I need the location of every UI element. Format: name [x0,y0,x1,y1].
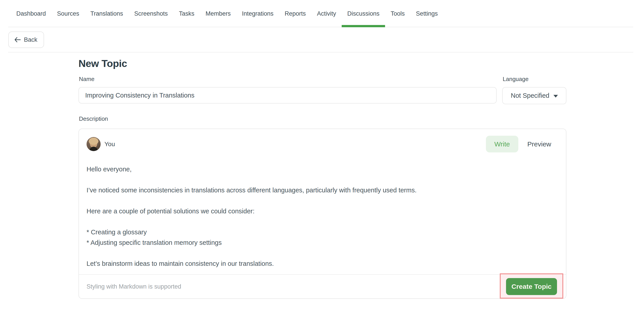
language-label: Language [503,76,566,83]
back-button-label: Back [24,36,37,43]
tab-members[interactable]: Members [200,0,236,27]
tab-sources[interactable]: Sources [52,0,85,27]
tab-write[interactable]: Write [486,136,518,153]
description-paragraph: Hello everyone, [86,164,558,174]
markdown-hint: Styling with Markdown is supported [86,283,181,290]
tab-screenshots[interactable]: Screenshots [128,0,173,27]
topic-name-input[interactable] [78,87,497,104]
tab-dashboard[interactable]: Dashboard [11,0,52,27]
create-topic-button[interactable]: Create Topic [506,278,557,295]
tab-activity[interactable]: Activity [312,0,342,27]
tab-settings[interactable]: Settings [410,0,444,27]
editor-header: You Write Preview [79,129,566,153]
back-arrow-icon [14,37,21,43]
description-editor-card: You Write Preview Hello everyone,I’ve no… [78,129,566,299]
avatar [86,137,100,151]
chevron-down-icon [554,95,558,98]
description-paragraph: Let’s brainstorm ideas to maintain consi… [86,258,558,269]
project-nav: DashboardSourcesTranslationsScreenshotsT… [0,0,644,27]
description-paragraph: * Creating a glossary * Adjusting specif… [86,227,558,248]
tab-reports[interactable]: Reports [279,0,312,27]
tab-tasks[interactable]: Tasks [173,0,200,27]
author-name: You [104,141,115,148]
tab-preview[interactable]: Preview [518,136,560,153]
description-textarea[interactable]: Hello everyone,I’ve noticed some inconsi… [79,153,566,269]
language-dropdown[interactable]: Not Specified [502,87,566,104]
description-label: Description [79,115,566,122]
back-button[interactable]: Back [8,31,44,48]
editor-footer: Styling with Markdown is supported Creat… [79,274,566,298]
tab-translations[interactable]: Translations [85,0,128,27]
language-dropdown-value: Not Specified [511,92,550,99]
name-label: Name [79,76,497,83]
page-title: New Topic [78,58,566,69]
description-paragraph: Here are a couple of potential solutions… [86,206,558,216]
description-paragraph: I’ve noticed some inconsistencies in tra… [86,185,558,195]
back-toolbar: Back [0,27,644,52]
annotation-highlight: Create Topic [500,273,563,299]
tab-integrations[interactable]: Integrations [236,0,279,27]
new-topic-form: New Topic Name Language Not Specified De… [78,58,566,299]
tab-tools[interactable]: Tools [385,0,410,27]
tab-discussions[interactable]: Discussions [342,0,385,27]
